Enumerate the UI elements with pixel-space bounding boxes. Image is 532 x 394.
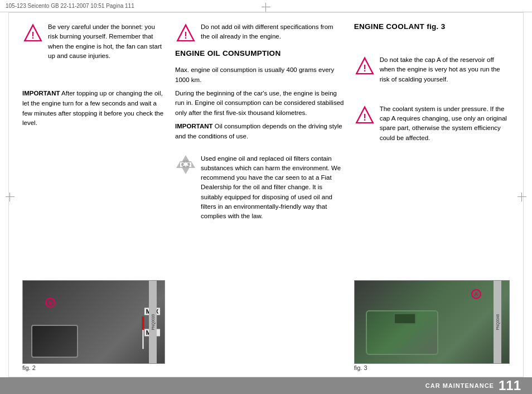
warning-icon-1: !	[22, 22, 43, 44]
important-label-2: IMPORTANT	[175, 123, 213, 129]
fig-3-label: fig. 3	[354, 364, 367, 371]
recycling-block: ♻ Used engine oil and replaced oil filte…	[175, 154, 344, 222]
fig-2-label: fig. 2	[22, 364, 36, 371]
figure-2-container: B A MAX MIN PNQ0039 fig. 2	[22, 280, 165, 372]
engine-oil-heading: ENGINE OIL CONSUMPTION	[175, 49, 344, 57]
marker-a-right: A	[471, 289, 481, 299]
warning-icon-2: !	[175, 22, 196, 44]
engine-coolant-heading: ENGINE COOLANT fig. 3	[354, 22, 510, 31]
coolant-cap	[394, 313, 416, 324]
column-right: ENGINE COOLANT fig. 3 ! Do not take the …	[354, 22, 510, 372]
footer-bar: CAR MAINTENANCE 111	[0, 377, 532, 394]
svg-text:!: !	[184, 30, 187, 41]
oil-para-1: Max. engine oil consumption is usually 4…	[175, 65, 344, 85]
footer-page-number: 111	[499, 379, 521, 392]
image-strip-left: PNQ0039	[149, 281, 157, 363]
recycle-svg: ♻	[175, 154, 196, 175]
figure-3-image: A PNQ0046	[354, 280, 510, 364]
column-mid: ! Do not add oil with different specific…	[175, 22, 344, 372]
oil-consumption-text: Max. engine oil consumption is usually 4…	[175, 65, 344, 145]
warning-pressure-text: The coolant system is under pressure. If…	[380, 104, 510, 143]
gauge-bar	[142, 316, 144, 350]
strip-text-right: PNQ0046	[496, 314, 500, 330]
crosshair-top	[262, 3, 270, 12]
svg-marker-9	[191, 161, 195, 168]
spacer-right-1	[354, 39, 510, 50]
warning-oil-spec: ! Do not add oil with different specific…	[175, 22, 344, 44]
svg-text:!: !	[363, 63, 366, 74]
warning-bonnet: ! Be very careful under the bonnet: you …	[22, 22, 165, 61]
svg-text:♻: ♻	[180, 157, 191, 171]
important-label-1: IMPORTANT	[22, 90, 60, 97]
figure-3-container: A PNQ0046 fig. 3	[354, 280, 510, 372]
strip-text-left: PNQ0039	[151, 314, 155, 330]
warning-icon-3: !	[354, 55, 375, 76]
oil-para-2: During the beginning of the car's use, t…	[175, 89, 344, 118]
warning-icon-4: !	[354, 104, 375, 126]
svg-marker-8	[176, 161, 180, 168]
figure-2-image: B A MAX MIN PNQ0039	[22, 280, 165, 364]
warning-bonnet-text: Be very careful under the bonnet: you ri…	[48, 22, 165, 61]
warning-cap: ! Do not take the cap A of the reservoir…	[354, 55, 510, 84]
main-content: ! Be very careful under the bonnet: you …	[0, 12, 532, 377]
warning-oil-spec-text: Do not add oil with different specificat…	[201, 22, 344, 42]
marker-a: A	[37, 337, 47, 347]
header-text: 105-123 Seicento GB 22-11-2007 10:51 Pag…	[6, 3, 134, 9]
footer-section-label: CAR MAINTENANCE	[425, 382, 494, 389]
spacer-1	[22, 66, 165, 83]
recycle-icon: ♻	[175, 154, 196, 175]
recycle-text: Used engine oil and replaced oil filters…	[201, 154, 344, 222]
svg-text:!: !	[31, 30, 35, 41]
svg-text:!: !	[363, 112, 366, 123]
image-strip-right: PNQ0046	[494, 281, 501, 363]
important-block-left: IMPORTANT After topping up or changing t…	[22, 89, 165, 128]
warning-pressure: ! The coolant system is under pressure. …	[354, 104, 510, 143]
spacer-right-2	[354, 90, 510, 99]
column-left: ! Be very careful under the bonnet: you …	[22, 22, 165, 372]
marker-b: B	[45, 297, 55, 307]
oil-important-2: IMPORTANT Oil consumption depends on the…	[175, 122, 344, 142]
warning-cap-text: Do not take the cap A of the reservoir o…	[380, 55, 510, 84]
